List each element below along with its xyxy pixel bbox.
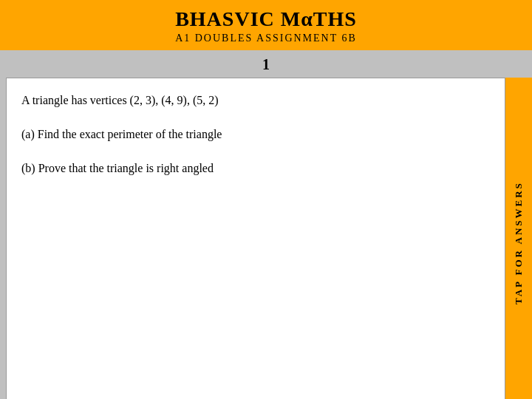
question-part-a: (a) Find the exact perimeter of the tria… <box>21 126 490 143</box>
main-content-area: A triangle has vertices (2, 3), (4, 9), … <box>0 78 532 399</box>
side-tab-label: TAP FOR ANSWERS <box>513 181 525 304</box>
question-number: 1 <box>0 50 532 78</box>
title-text-1: BHASVIC M <box>175 7 301 30</box>
content-box: A triangle has vertices (2, 3), (4, 9), … <box>6 78 505 399</box>
header: BHASVIC MαTHS A1 DOUBLES ASSIGNMENT 6B <box>0 0 532 50</box>
title-text-2: THS <box>313 7 357 30</box>
title-alpha: α <box>301 7 313 30</box>
tap-for-answers-tab[interactable]: TAP FOR ANSWERS <box>505 78 532 399</box>
question-intro: A triangle has vertices (2, 3), (4, 9), … <box>21 92 490 109</box>
question-part-b: (b) Prove that the triangle is right ang… <box>21 160 490 177</box>
header-subtitle: A1 DOUBLES ASSIGNMENT 6B <box>0 33 532 44</box>
header-title: BHASVIC MαTHS <box>0 7 532 31</box>
